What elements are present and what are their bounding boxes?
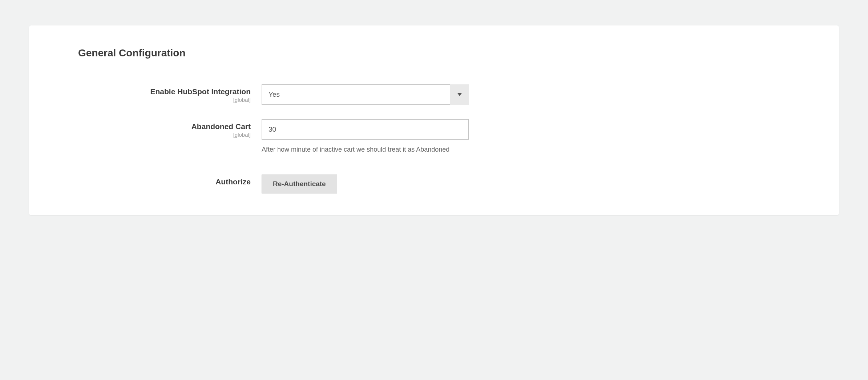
row-authorize: Authorize Re-Authenticate	[29, 175, 839, 193]
enable-integration-select[interactable]: Yes	[262, 84, 469, 105]
abandoned-cart-input[interactable]	[262, 119, 469, 140]
enable-integration-value: Yes	[262, 84, 469, 105]
authorize-label: Authorize	[29, 177, 251, 186]
row-enable-integration: Enable HubSpot Integration [global] Yes	[29, 84, 839, 105]
field-col: After how minute of inactive cart we sho…	[262, 119, 469, 155]
label-col: Abandoned Cart [global]	[29, 119, 262, 138]
abandoned-cart-scope: [global]	[29, 132, 251, 138]
section-title: General Configuration	[78, 47, 839, 59]
field-col: Re-Authenticate	[262, 175, 469, 193]
label-col: Authorize	[29, 175, 262, 186]
abandoned-cart-help: After how minute of inactive cart we sho…	[262, 145, 451, 155]
enable-integration-label: Enable HubSpot Integration	[29, 87, 251, 96]
config-panel: General Configuration Enable HubSpot Int…	[29, 25, 839, 215]
abandoned-cart-label: Abandoned Cart	[29, 122, 251, 131]
enable-integration-scope: [global]	[29, 97, 251, 103]
reauthenticate-button[interactable]: Re-Authenticate	[262, 175, 337, 193]
label-col: Enable HubSpot Integration [global]	[29, 84, 262, 103]
field-col: Yes	[262, 84, 469, 105]
row-abandoned-cart: Abandoned Cart [global] After how minute…	[29, 119, 839, 155]
